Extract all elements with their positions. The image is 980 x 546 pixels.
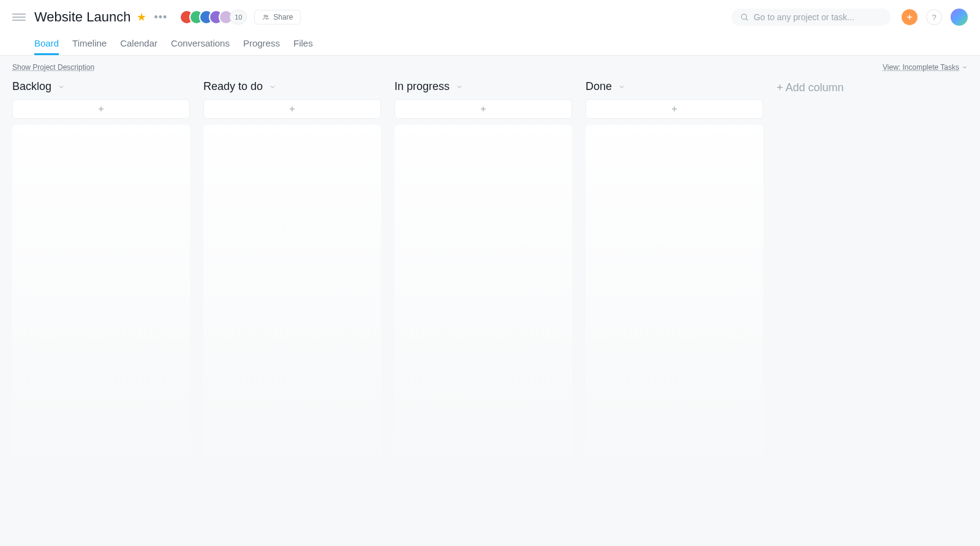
svg-point-0 xyxy=(264,15,266,17)
project-title[interactable]: Website Launch xyxy=(34,9,130,25)
plus-icon xyxy=(479,105,488,113)
card-list[interactable] xyxy=(12,125,190,492)
column-backlog: Backlog xyxy=(12,80,190,492)
people-icon xyxy=(262,13,270,21)
column-header[interactable]: Done xyxy=(586,80,763,93)
view-filter-link[interactable]: View: Incomplete Tasks xyxy=(883,63,968,72)
topbar-row: Website Launch ★ ••• 10 Share xyxy=(12,5,968,29)
column-title: Done xyxy=(586,80,612,93)
plus-icon xyxy=(97,105,105,113)
column-header[interactable]: Backlog xyxy=(12,80,190,93)
card-list[interactable] xyxy=(203,125,381,492)
show-description-link[interactable]: Show Project Description xyxy=(12,63,94,72)
board-columns: Backlog Ready to do xyxy=(12,80,968,492)
star-icon[interactable]: ★ xyxy=(137,10,146,24)
share-button[interactable]: Share xyxy=(254,10,301,24)
plus-icon xyxy=(670,105,679,113)
user-avatar[interactable] xyxy=(951,9,968,26)
chevron-down-icon xyxy=(456,83,463,91)
plus-icon xyxy=(905,13,914,21)
column-header[interactable]: Ready to do xyxy=(203,80,381,93)
column-title: Ready to do xyxy=(203,80,263,93)
column-done: Done xyxy=(586,80,763,492)
topbar: Website Launch ★ ••• 10 Share xyxy=(0,0,980,56)
add-column-button[interactable]: + Add column xyxy=(777,80,844,94)
tab-timeline[interactable]: Timeline xyxy=(72,33,107,55)
column-in-progress: In progress xyxy=(394,80,572,492)
app-root: Website Launch ★ ••• 10 Share xyxy=(0,0,980,546)
global-add-button[interactable] xyxy=(902,9,918,25)
chevron-down-icon xyxy=(58,83,65,91)
chevron-down-icon xyxy=(269,83,276,91)
add-task-button[interactable] xyxy=(586,99,763,119)
more-icon[interactable]: ••• xyxy=(154,11,167,24)
board-toolbar: Show Project Description View: Incomplet… xyxy=(12,63,968,72)
column-title: Backlog xyxy=(12,80,51,93)
chevron-down-icon xyxy=(962,64,968,70)
column-header[interactable]: In progress xyxy=(394,80,572,93)
avatar-overflow-count[interactable]: 10 xyxy=(230,10,247,24)
card-list[interactable] xyxy=(394,125,572,492)
svg-point-1 xyxy=(266,15,268,17)
share-label: Share xyxy=(273,13,293,21)
add-task-button[interactable] xyxy=(12,99,190,119)
project-tabs: Board Timeline Calendar Conversations Pr… xyxy=(34,33,968,55)
tab-conversations[interactable]: Conversations xyxy=(171,33,230,55)
menu-icon[interactable] xyxy=(12,10,26,24)
add-task-button[interactable] xyxy=(203,99,381,119)
card-list[interactable] xyxy=(586,125,763,492)
column-title: In progress xyxy=(394,80,450,93)
search-icon xyxy=(740,12,748,22)
tab-progress[interactable]: Progress xyxy=(243,33,280,55)
search-input[interactable] xyxy=(753,12,882,22)
help-button[interactable]: ? xyxy=(926,9,942,25)
board-area: Show Project Description View: Incomplet… xyxy=(0,56,980,546)
tab-board[interactable]: Board xyxy=(34,33,59,55)
search-box[interactable] xyxy=(731,9,891,26)
tab-calendar[interactable]: Calendar xyxy=(120,33,157,55)
svg-point-2 xyxy=(741,14,746,19)
member-avatars[interactable]: 10 xyxy=(179,10,247,24)
view-filter-label: View: Incomplete Tasks xyxy=(883,63,959,72)
svg-line-3 xyxy=(746,19,748,21)
column-ready: Ready to do xyxy=(203,80,381,492)
tab-files[interactable]: Files xyxy=(293,33,313,55)
plus-icon xyxy=(288,105,296,113)
add-task-button[interactable] xyxy=(394,99,572,119)
chevron-down-icon xyxy=(618,83,625,91)
